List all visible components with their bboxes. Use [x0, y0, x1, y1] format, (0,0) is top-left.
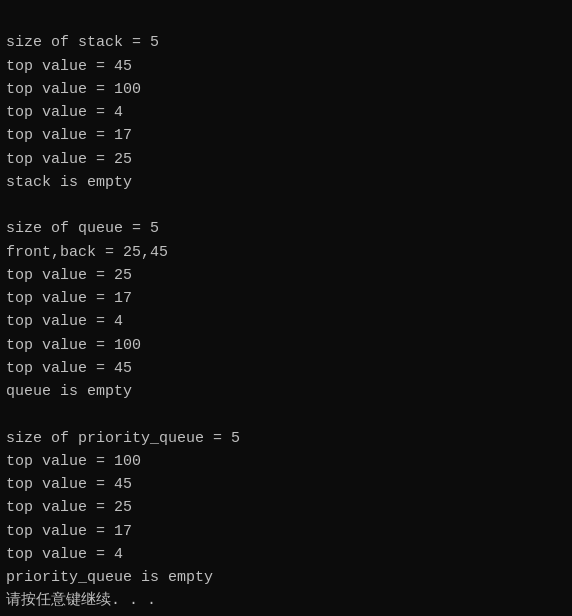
blank-1 [6, 194, 566, 217]
queue-top-2: top value = 17 [6, 287, 566, 310]
stack-top-5: top value = 25 [6, 148, 566, 171]
pq-top-4: top value = 17 [6, 520, 566, 543]
continue-prompt: 请按任意键继续. . . [6, 589, 566, 612]
stack-top-2: top value = 100 [6, 78, 566, 101]
console-output: size of stack = 5top value = 45top value… [6, 8, 566, 613]
stack-top-3: top value = 4 [6, 101, 566, 124]
pq-size: size of priority_queue = 5 [6, 427, 566, 450]
queue-size: size of queue = 5 [6, 217, 566, 240]
queue-top-5: top value = 45 [6, 357, 566, 380]
stack-size: size of stack = 5 [6, 31, 566, 54]
queue-front-back: front,back = 25,45 [6, 241, 566, 264]
stack-top-1: top value = 45 [6, 55, 566, 78]
queue-top-1: top value = 25 [6, 264, 566, 287]
blank-2 [6, 403, 566, 426]
pq-top-1: top value = 100 [6, 450, 566, 473]
pq-top-2: top value = 45 [6, 473, 566, 496]
stack-top-4: top value = 17 [6, 124, 566, 147]
queue-top-4: top value = 100 [6, 334, 566, 357]
pq-top-5: top value = 4 [6, 543, 566, 566]
stack-empty: stack is empty [6, 171, 566, 194]
pq-empty: priority_queue is empty [6, 566, 566, 589]
pq-top-3: top value = 25 [6, 496, 566, 519]
queue-empty: queue is empty [6, 380, 566, 403]
queue-top-3: top value = 4 [6, 310, 566, 333]
